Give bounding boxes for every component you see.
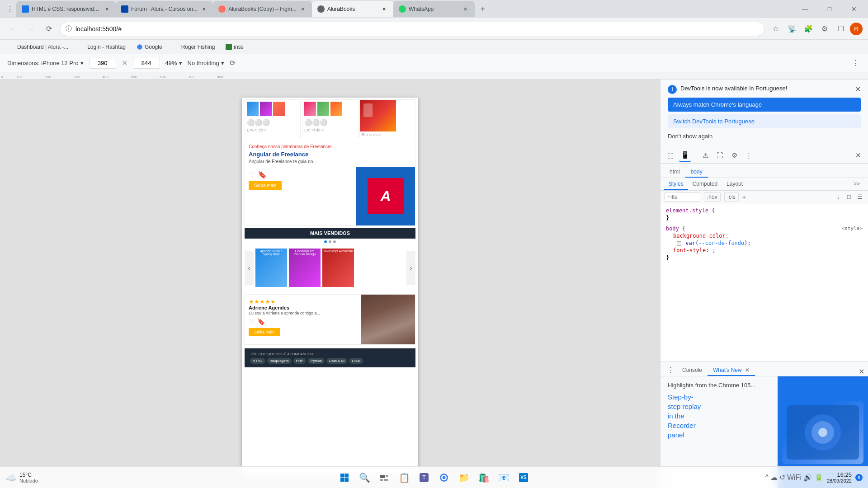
rotate-icon[interactable]: ⟳ [230,59,236,67]
tab-close-2[interactable]: ✕ [200,5,208,13]
buy-button-featured[interactable]: Saiba mais [249,181,282,190]
bookmark-dashboard[interactable]: Dashboard | Alura -... [5,43,72,51]
width-input[interactable] [89,58,116,69]
height-input[interactable] [133,58,160,69]
match-language-button[interactable]: Always match Chrome's language [668,98,861,112]
dont-show-link[interactable]: Don't show again [668,131,861,141]
back-button[interactable]: ← [5,22,20,36]
notification-close-button[interactable]: ✕ [855,85,861,94]
minimize-button[interactable]: ― [795,2,816,16]
store-button[interactable]: 🛍️ [476,469,492,486]
tray-refresh-icon[interactable]: ↺ [779,473,785,482]
bookmark-login[interactable]: Login - Hashtag [75,43,129,51]
breakpoint-icon[interactable]: ⛶ [713,149,726,162]
filter-new-rule-button[interactable]: ↓ [834,192,843,202]
devtools-more-icon[interactable]: ⋮ [742,149,755,162]
tray-wifi-icon[interactable]: WiFi [787,474,802,482]
styles-subtab[interactable]: Styles [664,179,688,190]
clock[interactable]: 16:25 28/09/2022 [827,471,852,483]
featured-content: ♡ 🔖 Saiba mais A [245,167,415,225]
css-editor[interactable]: element.style { } body { <style> backgro… [660,203,868,361]
throttle-select[interactable]: No throttling ▾ [188,60,224,66]
carousel-right-arrow[interactable]: › [406,251,415,285]
tray-volume-icon[interactable]: 🔊 [803,473,812,482]
tray-arrow-icon[interactable]: ^ [765,474,769,482]
teams-button[interactable]: T [416,469,432,486]
device-toolbar-more[interactable]: ⋮ [850,58,861,69]
whats-new-tab[interactable]: What's New ✕ [708,365,755,376]
devtools-toggle[interactable]: ☐ [834,22,848,36]
task-view-button[interactable] [376,469,392,486]
notification-badge[interactable]: 5 [855,474,863,481]
chrome-button[interactable] [436,469,452,486]
bottom-panel-close[interactable]: ✕ [859,367,864,376]
carousel-left-arrow[interactable]: ‹ [245,251,254,285]
more-subtabs[interactable]: >> [849,179,864,190]
whats-new-tab-close[interactable]: ✕ [745,367,750,373]
new-tab-button[interactable]: + [476,3,489,15]
css-color-swatch[interactable] [677,241,681,246]
address-bar[interactable]: ⓘ localhost:5500/# [60,22,765,36]
bookmark-favicon-1 [9,44,15,50]
tab-5[interactable]: WhatsApp ✕ [393,1,475,17]
filter-toggle-button[interactable]: ☰ [855,192,864,202]
tab-3[interactable]: AluraBooks (Copy) – Figm... ✕ [213,1,312,17]
body-tab[interactable]: body [685,167,708,178]
whats-new-line1: Step-by- [668,393,693,401]
notification-text: DevTools is now available in Portuguese! [680,85,787,92]
filter-plus-button[interactable]: + [742,193,746,201]
tab-close-1[interactable]: ✕ [103,5,110,13]
devtools-close-button[interactable]: ✕ [852,149,864,162]
tab-2[interactable]: Fórum | Alura - Cursos on... ✕ [116,1,213,17]
filter-cls-button[interactable]: .cls [724,192,739,202]
bookmark-google[interactable]: Google [133,43,166,51]
svg-rect-8 [380,475,385,478]
device-mode-icon[interactable]: 📱 [679,149,691,162]
warning-icon[interactable]: ⚠ [699,149,712,162]
tab-4[interactable]: AluraBooks ✕ [312,1,393,17]
mail-button[interactable]: 📧 [495,469,512,486]
switch-portuguese-button[interactable]: Switch DevTools to Portuguese [668,114,861,128]
profile-button[interactable]: ⚙ [817,22,832,36]
bottom-panel-more[interactable]: ⋮ [664,363,677,376]
browser-viewport[interactable]: ⚪⚪⚪ Em <i do > ⚪⚪⚪ [0,80,660,488]
screen-cast-button[interactable]: 📡 [785,22,799,36]
bookmark-fishing[interactable]: Roger Fishing [170,43,219,51]
tag-maquiagem: maquiagem [267,358,292,364]
files-button[interactable]: 📁 [456,469,472,486]
html-tab[interactable]: html [664,167,685,178]
tab-overflow-button[interactable]: ⋮ [4,3,16,15]
computed-subtab[interactable]: Computed [688,179,722,190]
tray-battery-icon[interactable]: 🔋 [814,473,823,482]
buy-button-author[interactable]: Saiba mais [249,328,280,336]
system-tray-icons: ^ ☁ ↺ WiFi 🔊 🔋 [765,473,823,482]
search-button[interactable]: 🔍 [356,469,373,486]
tray-cloud-icon[interactable]: ☁ [770,473,778,482]
tab-close-4[interactable]: ✕ [381,5,388,13]
layout-subtab[interactable]: Layout [722,179,747,190]
close-button[interactable]: ✕ [844,2,864,16]
widgets-button[interactable]: 📋 [396,469,412,486]
tab-1[interactable]: HTML e CSS: responsivida... ✕ [16,1,116,17]
devtools-subtabs: Styles Computed Layout >> [660,178,868,191]
maximize-button[interactable]: □ [819,2,840,16]
zoom-select[interactable]: 49% ▾ [165,60,182,66]
extensions-button[interactable]: 🧩 [801,22,816,36]
reload-button[interactable]: ⟳ [42,22,56,36]
console-tab[interactable]: Console [677,365,708,376]
filter-input[interactable] [664,192,700,202]
vscode-button[interactable]: VS [515,469,532,486]
inspector-icon[interactable]: ⬚ [664,149,677,162]
device-select[interactable]: Dimensions: iPhone 12 Pro ▾ [7,60,84,66]
tab-close-5[interactable]: ✕ [462,5,469,13]
featured-desc: Angular de Freelance te guia no... [245,158,415,167]
settings-icon[interactable]: ⚙ [728,149,741,162]
tab-close-3[interactable]: ✕ [299,5,307,13]
start-button[interactable] [336,469,353,486]
filter-inspect-button[interactable]: □ [844,192,854,202]
user-avatar[interactable]: R [850,23,863,35]
filter-hov-button[interactable]: :hov [704,192,721,202]
bookmark-star-button[interactable]: ☆ [769,22,783,36]
forward-button[interactable]: → [24,22,38,36]
bookmark-inss[interactable]: inss [222,43,247,51]
